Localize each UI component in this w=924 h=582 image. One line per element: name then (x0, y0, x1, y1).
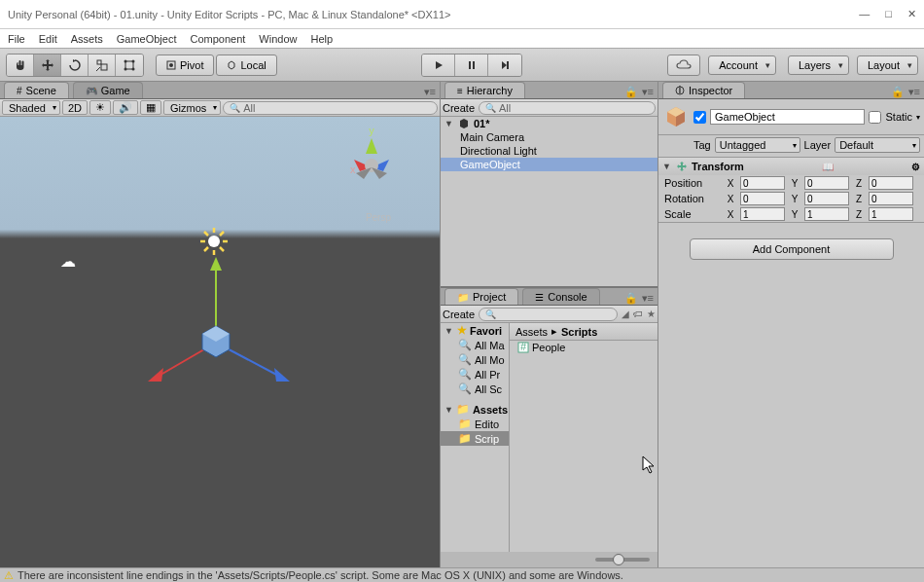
svg-point-3 (124, 59, 127, 62)
static-checkbox[interactable] (869, 111, 881, 124)
hierarchy-lock-icon[interactable]: 🔒 (624, 86, 638, 98)
transform-header[interactable]: ▼ Transform 📖 ⚙ (658, 158, 924, 175)
hierarchy-item-selected[interactable]: GameObject (441, 158, 657, 171)
transform-gear-icon[interactable]: ⚙ (911, 162, 920, 172)
svg-line-22 (220, 232, 224, 236)
menu-edit[interactable]: Edit (39, 33, 57, 45)
scale-tool-button[interactable] (89, 55, 116, 76)
menu-gameobject[interactable]: GameObject (117, 33, 177, 45)
hierarchy-body[interactable]: ▼ 01* Main Camera Directional Light Game… (441, 117, 657, 286)
project-lock-icon[interactable]: 🔒 (624, 292, 638, 305)
main-area: #Scene 🎮Game ▾≡ Shaded 2D ☀ 🔊 ▦ Gizmos 🔍… (0, 82, 924, 567)
pos-y-input[interactable] (804, 176, 849, 190)
project-tag-icon[interactable]: 🏷 (633, 309, 643, 319)
minimize-button[interactable]: — (859, 8, 870, 20)
menu-window[interactable]: Window (259, 33, 297, 45)
hierarchy-item[interactable]: Directional Light (441, 144, 657, 158)
move-gizmo[interactable] (136, 253, 311, 399)
cloud-button[interactable] (667, 55, 700, 76)
inspector-menu-icon[interactable]: ▾≡ (908, 86, 920, 98)
layers-dropdown[interactable]: Layers (788, 55, 849, 75)
menu-help[interactable]: Help (310, 33, 333, 45)
hierarchy-search[interactable]: 🔍All (479, 101, 656, 115)
status-bar[interactable]: ⚠ There are inconsistent line endings in… (0, 567, 924, 582)
project-slider-bar (441, 552, 657, 567)
project-content[interactable]: Assets ▸ Scripts # People (509, 323, 657, 552)
tab-hierarchy[interactable]: ≡Hierarchy (444, 82, 525, 98)
rotate-tool-button[interactable] (61, 55, 89, 76)
transform-help-icon[interactable]: 📖 (822, 162, 834, 172)
fx-toggle[interactable]: ▦ (140, 100, 161, 115)
menu-bar: File Edit Assets GameObject Component Wi… (0, 29, 924, 49)
tab-console[interactable]: ☰Console (522, 288, 599, 305)
inspector-lock-icon[interactable]: 🔒 (891, 86, 905, 98)
step-button[interactable] (488, 55, 521, 76)
pos-z-input[interactable] (869, 176, 913, 190)
hand-tool-button[interactable] (7, 55, 34, 76)
svg-rect-11 (507, 61, 509, 69)
scl-z-input[interactable] (869, 207, 913, 221)
add-component-button[interactable]: Add Component (690, 238, 894, 260)
pos-x-input[interactable] (740, 176, 785, 190)
rot-y-input[interactable] (804, 192, 849, 205)
lighting-toggle[interactable]: ☀ (89, 100, 111, 115)
hierarchy-create-dropdown[interactable]: Create (443, 102, 475, 114)
menu-file[interactable]: File (8, 33, 25, 45)
hierarchy-item[interactable]: Main Camera (441, 130, 657, 144)
local-button[interactable]: Local (216, 55, 276, 76)
scl-y-input[interactable] (804, 207, 849, 221)
hierarchy-menu-icon[interactable]: ▾≡ (642, 86, 654, 98)
gameobject-name-input[interactable] (710, 109, 865, 125)
pause-button[interactable] (455, 55, 488, 76)
gameobject-icon[interactable] (662, 103, 690, 130)
project-search[interactable]: 🔍 (479, 308, 618, 321)
hierarchy-scene-root[interactable]: ▼ 01* (441, 117, 657, 130)
maximize-button[interactable]: □ (885, 8, 892, 20)
close-button[interactable]: ✕ (907, 8, 916, 20)
static-label: Static (885, 111, 912, 123)
layer-dropdown[interactable]: Default (835, 137, 920, 153)
project-file[interactable]: # People (510, 341, 657, 354)
scene-view[interactable]: y x Persp ☁ (0, 117, 440, 567)
menu-assets[interactable]: Assets (71, 33, 103, 45)
project-menu-icon[interactable]: ▾≡ (642, 292, 654, 305)
menu-component[interactable]: Component (190, 33, 245, 45)
static-dropdown-icon[interactable]: ▾ (916, 113, 920, 122)
tab-menu-icon[interactable]: ▾≡ (424, 86, 436, 98)
svg-line-21 (220, 247, 224, 251)
svg-rect-0 (97, 60, 101, 64)
2d-toggle[interactable]: 2D (62, 100, 88, 115)
tab-inspector[interactable]: i Inspector (662, 82, 745, 98)
shaded-dropdown[interactable]: Shaded (2, 100, 60, 115)
move-tool-button[interactable] (34, 55, 61, 76)
scl-x-input[interactable] (740, 207, 785, 221)
project-filter-icon[interactable]: ◢ (622, 309, 629, 319)
project-tree[interactable]: ▼★Favori 🔍All Ma 🔍All Mo 🔍All Pr 🔍All Sc… (441, 323, 509, 552)
scene-column: #Scene 🎮Game ▾≡ Shaded 2D ☀ 🔊 ▦ Gizmos 🔍… (0, 82, 440, 567)
tab-project[interactable]: 📁Project (444, 288, 518, 305)
rect-tool-button[interactable] (116, 55, 143, 76)
project-create-dropdown[interactable]: Create (443, 309, 475, 320)
svg-rect-2 (125, 61, 133, 69)
scene-search[interactable]: 🔍All (223, 101, 438, 115)
play-button[interactable] (422, 55, 455, 76)
local-icon (227, 60, 236, 70)
tab-game[interactable]: 🎮Game (73, 82, 143, 98)
status-text: There are inconsistent line endings in t… (18, 569, 623, 581)
gizmos-dropdown[interactable]: Gizmos (163, 100, 221, 115)
svg-point-5 (124, 67, 127, 70)
audio-toggle[interactable]: 🔊 (113, 100, 138, 115)
breadcrumb-item[interactable]: Scripts (561, 326, 597, 338)
gameobject-active-checkbox[interactable] (693, 111, 706, 124)
tag-dropdown[interactable]: Untagged (715, 137, 800, 153)
rot-x-input[interactable] (740, 192, 785, 205)
tab-scene[interactable]: #Scene (4, 82, 69, 98)
rot-z-input[interactable] (869, 192, 913, 205)
project-zoom-slider[interactable] (595, 558, 650, 562)
project-star-icon[interactable]: ★ (647, 309, 656, 319)
orientation-gizmo[interactable]: y x (333, 127, 410, 204)
layout-dropdown[interactable]: Layout (857, 55, 918, 75)
breadcrumb-item[interactable]: Assets (515, 326, 548, 338)
account-dropdown[interactable]: Account (708, 55, 776, 75)
pivot-button[interactable]: Pivot (156, 55, 214, 76)
